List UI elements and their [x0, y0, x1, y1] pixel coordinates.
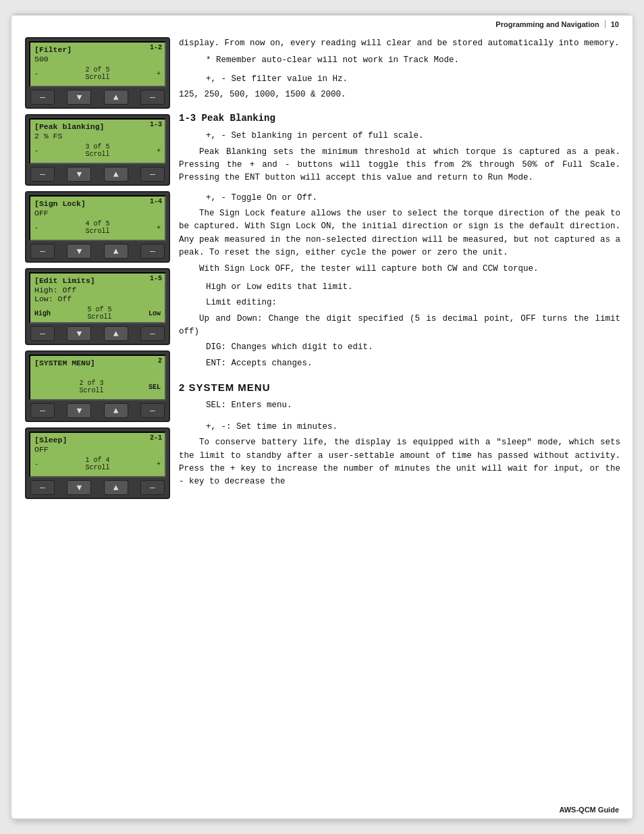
left-column: 1-2 [Filter] 500 - 2 of 5Scroll + — ▼ ▲ … [25, 37, 170, 499]
filter-btn-up[interactable]: ▲ [104, 90, 128, 105]
header-title: Programming and Navigation [495, 20, 599, 28]
section-14-cmd-text: +, - Toggle On or Off. [206, 193, 317, 203]
device-system-buttons: — ▼ ▲ — [29, 403, 166, 418]
device-edit-limits-low: Low [149, 310, 161, 317]
section-2-heading: 2 SYSTEM MENU [179, 380, 620, 395]
device-sign-lock-value: OFF [34, 209, 161, 217]
section-15-cmd4-text: ENT: Accepts changes. [206, 359, 313, 368]
filter-cmd-text: +, - Set filter value in Hz. [206, 74, 348, 84]
peak-btn-minus[interactable]: — [30, 167, 55, 182]
device-filter-plus: + [157, 70, 161, 78]
device-peak-blanking-scroll: - 3 of 5Scroll + [34, 143, 161, 158]
device-peak-blanking-value: 2 % FS [34, 132, 161, 140]
device-filter-badge: 1-2 [150, 44, 162, 51]
footer-label: AWS-QCM Guide [559, 806, 619, 814]
section-15-cmd3-text: DIG: Changes which digit to edit. [206, 342, 373, 352]
device-peak-minus: - [34, 147, 38, 155]
section-15-cmd2: Limit editing: [206, 296, 620, 309]
device-sign-plus: + [157, 224, 161, 232]
page: Programming and Navigation 10 1-2 [Filte… [11, 14, 633, 820]
device-sign-lock-screen: 1-4 [Sign Lock] OFF - 4 of 5Scroll + [29, 195, 166, 241]
device-sleep-buttons: — ▼ ▲ — [29, 480, 166, 495]
device-sleep-value: OFF [34, 445, 161, 454]
device-filter-minus: - [34, 70, 38, 78]
section-15-p1-text: Up and Down: Change the digit specified … [179, 314, 620, 336]
system-btn-up[interactable]: ▲ [104, 403, 128, 418]
system-btn-minus[interactable]: — [30, 403, 55, 418]
page-header: Programming and Navigation 10 [495, 20, 619, 28]
header-divider [605, 20, 606, 28]
edit-btn-up[interactable]: ▲ [104, 326, 128, 341]
section-21-p1-text: To conserve battery life, the display is… [179, 438, 620, 486]
sleep-btn-down[interactable]: ▼ [67, 480, 91, 495]
device-system-scroll-label: 2 of 3Scroll [79, 380, 103, 394]
device-sleep-badge: 2-1 [150, 434, 162, 442]
section-15-cmd3: DIG: Changes which digit to edit. [206, 341, 620, 354]
device-filter-buttons: — ▼ ▲ — [29, 90, 166, 105]
bottom-border [11, 818, 633, 820]
edit-btn-plus[interactable]: — [140, 326, 165, 341]
section-21-cmd-text: +, -: Set time in minutes. [206, 422, 338, 432]
right-column: display. From now on, every reading will… [179, 37, 620, 492]
filter-values: 125, 250, 500, 1000, 1500 & 2000. [179, 88, 620, 101]
filter-btn-down[interactable]: ▼ [67, 90, 91, 105]
section-15-p1: Up and Down: Change the digit specified … [179, 313, 620, 339]
page-footer: AWS-QCM Guide [559, 806, 619, 814]
device-edit-buttons: — ▼ ▲ — [29, 326, 166, 341]
device-sleep-scroll-label: 1 of 4Scroll [85, 457, 109, 471]
sign-btn-plus[interactable]: — [140, 244, 165, 259]
device-sign-lock-scroll: - 4 of 5Scroll + [34, 220, 161, 235]
note1: * Remember auto-clear will not work in T… [206, 54, 620, 67]
edit-btn-down[interactable]: ▼ [67, 326, 91, 341]
device-edit-limits-scroll-label: 5 of 5Scroll [87, 306, 111, 321]
device-edit-limits-screen: 1-5 [Edit Limits] High: OffLow: Off High… [29, 272, 166, 323]
section-15-cmd4: ENT: Accepts changes. [206, 357, 620, 370]
section-15-cmd1-text: High or Low edits that limit. [206, 282, 353, 292]
filter-btn-minus[interactable]: — [30, 90, 55, 105]
sign-btn-minus[interactable]: — [30, 244, 55, 259]
peak-btn-up[interactable]: ▲ [104, 167, 128, 182]
sign-btn-down[interactable]: ▼ [67, 244, 91, 259]
device-edit-limits-value: High: OffLow: Off [34, 286, 161, 303]
filter-cmd: +, - Set filter value in Hz. [206, 73, 620, 86]
section-2-cmd-text: SEL: Enters menu. [206, 400, 292, 410]
device-sign-lock: 1-4 [Sign Lock] OFF - 4 of 5Scroll + — ▼… [25, 191, 170, 263]
peak-btn-plus[interactable]: — [140, 167, 165, 182]
device-sign-minus: - [34, 224, 38, 232]
device-sleep: 2-1 [Sleep] OFF - 1 of 4Scroll + — ▼ ▲ — [25, 427, 170, 499]
note1-text: * Remember auto-clear will not work in T… [206, 55, 459, 65]
sleep-btn-up[interactable]: ▲ [104, 480, 128, 495]
section-15-cmd2-text: Limit editing: [206, 298, 277, 307]
sleep-btn-plus[interactable]: — [140, 480, 165, 495]
device-sleep-minus: - [34, 461, 38, 468]
device-system-menu-scroll: 2 of 3Scroll SEL [34, 380, 161, 394]
device-sleep-scroll: - 1 of 4Scroll + [34, 457, 161, 471]
device-system-menu-screen: 2 [SYSTEM MENU] 2 of 3Scroll SEL [29, 355, 166, 400]
system-btn-down[interactable]: ▼ [67, 403, 91, 418]
filter-values-text: 125, 250, 500, 1000, 1500 & 2000. [179, 90, 346, 99]
section-21-p1: To conserve battery life, the display is… [179, 436, 620, 489]
section-14-p2-text: With Sign Lock OFF, the tester will capt… [199, 264, 539, 273]
sign-btn-up[interactable]: ▲ [104, 244, 128, 259]
section-14-p1: The Sign Lock feature allows the user to… [179, 207, 620, 260]
peak-btn-down[interactable]: ▼ [67, 167, 91, 182]
system-btn-plus[interactable]: — [140, 403, 165, 418]
device-system-sel: SEL [149, 384, 161, 391]
device-sleep-screen: 2-1 [Sleep] OFF - 1 of 4Scroll + [29, 432, 166, 477]
device-edit-limits-high: High [34, 310, 51, 317]
device-peak-blanking: 1-3 [Peak blanking] 2 % FS - 3 of 5Scrol… [25, 114, 170, 186]
device-peak-buttons: — ▼ ▲ — [29, 167, 166, 182]
device-edit-limits-badge: 1-5 [150, 275, 162, 282]
intro-text: display. From now on, every reading will… [179, 37, 620, 50]
filter-btn-plus[interactable]: — [140, 90, 165, 105]
device-sign-buttons: — ▼ ▲ — [29, 244, 166, 259]
section-13-cmd: +, - Set blanking in percent of full sca… [206, 130, 620, 142]
device-edit-limits: 1-5 [Edit Limits] High: OffLow: Off High… [25, 268, 170, 345]
sleep-btn-minus[interactable]: — [30, 480, 55, 495]
section-13-p1: Peak Blanking sets the minimum threshold… [179, 146, 620, 185]
device-sleep-plus: + [157, 461, 161, 468]
device-peak-blanking-badge: 1-3 [150, 121, 162, 128]
device-filter-title: [Filter] [34, 45, 161, 54]
edit-btn-minus[interactable]: — [30, 326, 55, 341]
section-13-p1-text: Peak Blanking sets the minimum threshold… [179, 147, 620, 183]
